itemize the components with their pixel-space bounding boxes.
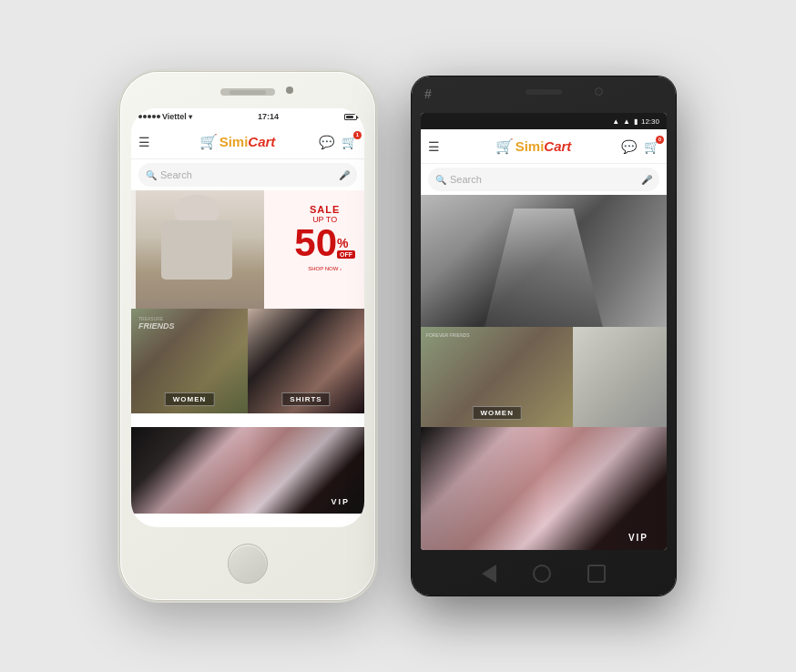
vip-label: VIP bbox=[331, 497, 350, 506]
category-grid: TREASURE Friends WOMEN SHIRTS bbox=[131, 309, 364, 527]
iphone-device: Viettel ▾ 17:14 ☰ 🛒 Simi Cart bbox=[120, 72, 375, 600]
logo-cart-icon: 🛒 bbox=[199, 133, 218, 150]
sale-number: 50 bbox=[294, 224, 337, 262]
dot5 bbox=[157, 115, 160, 118]
iphone-camera bbox=[286, 87, 293, 94]
android-status-bar: ▲ ▲ ▮ 12:30 bbox=[421, 113, 667, 129]
women-category-label: WOMEN bbox=[165, 392, 215, 406]
android-back-button[interactable] bbox=[482, 565, 496, 583]
android-logo-cart-icon: 🛒 bbox=[495, 137, 514, 155]
android-hamburger-icon[interactable]: ☰ bbox=[428, 139, 440, 154]
battery-icon bbox=[344, 114, 357, 120]
sale-off: OFF bbox=[337, 250, 355, 259]
mic-icon[interactable]: 🎤 bbox=[339, 170, 350, 180]
android-vip-section[interactable]: VIP bbox=[421, 427, 667, 550]
logo-simi-text: Simi bbox=[219, 134, 249, 149]
hamburger-menu-icon[interactable]: ☰ bbox=[138, 135, 150, 149]
iphone-screen: Viettel ▾ 17:14 ☰ 🛒 Simi Cart bbox=[131, 108, 364, 527]
android-home-button[interactable] bbox=[533, 565, 551, 583]
status-right bbox=[344, 114, 357, 120]
android-nav-icons: 💬 🛒 0 bbox=[621, 139, 659, 154]
search-placeholder: Search bbox=[160, 169, 339, 180]
vip-section[interactable]: VIP bbox=[131, 427, 364, 514]
shirts-category-label: SHIRTS bbox=[281, 392, 330, 406]
android-speaker bbox=[526, 89, 562, 95]
android-signal-icon: ▲ bbox=[623, 117, 630, 126]
category-women[interactable]: TREASURE Friends WOMEN bbox=[131, 309, 248, 413]
android-search-icon: 🔍 bbox=[435, 175, 446, 185]
treasure-label: TREASURE bbox=[138, 316, 175, 321]
battery-fill bbox=[346, 116, 353, 118]
scene: Viettel ▾ 17:14 ☰ 🛒 Simi Cart bbox=[93, 45, 703, 627]
android-logo-cart: Cart bbox=[544, 138, 571, 154]
android-cat-row: Forever Friends WOMEN bbox=[421, 327, 667, 427]
chat-icon[interactable]: 💬 bbox=[319, 135, 334, 149]
android-camera bbox=[595, 87, 603, 96]
iphone-search-bar[interactable]: 🔍 Search 🎤 bbox=[138, 163, 357, 187]
android-search-bar[interactable]: 🔍 Search 🎤 bbox=[428, 168, 659, 191]
android-hash: # bbox=[424, 87, 432, 101]
iphone-time: 17:14 bbox=[258, 112, 279, 121]
android-content: Forever Friends WOMEN bbox=[421, 195, 667, 550]
iphone-content: SALE UP TO 50 % OFF SHOP NOW › bbox=[131, 190, 364, 527]
android-women-label: WOMEN bbox=[472, 406, 522, 420]
sale-label: SALE bbox=[294, 204, 355, 215]
android-category-right[interactable] bbox=[573, 327, 667, 427]
dot3 bbox=[148, 115, 151, 118]
search-icon: 🔍 bbox=[146, 170, 157, 180]
dot1 bbox=[138, 115, 142, 118]
dot4 bbox=[152, 115, 156, 118]
android-wifi-icon: ▲ bbox=[612, 117, 619, 126]
logo-cart-text: Cart bbox=[248, 134, 275, 149]
iphone-status-bar: Viettel ▾ 17:14 bbox=[131, 108, 364, 125]
android-recents-button[interactable] bbox=[587, 565, 606, 583]
android-category-women[interactable]: Forever Friends WOMEN bbox=[421, 327, 573, 427]
category-shirts[interactable]: SHIRTS bbox=[248, 309, 364, 413]
android-device: # ▲ ▲ ▮ 12:30 ☰ 🛒 Simi Cart bbox=[412, 76, 676, 596]
android-nav-buttons bbox=[412, 552, 676, 596]
android-mic-icon[interactable]: 🎤 bbox=[641, 175, 652, 185]
sale-banner[interactable]: SALE UP TO 50 % OFF SHOP NOW › bbox=[131, 190, 364, 309]
banner-background: SALE UP TO 50 % OFF SHOP NOW › bbox=[131, 190, 364, 309]
android-logo: 🛒 Simi Cart bbox=[445, 137, 621, 155]
cat-title-overlay: TREASURE Friends bbox=[138, 316, 175, 331]
android-vip-label: VIP bbox=[628, 533, 648, 543]
status-left: Viettel ▾ bbox=[138, 112, 192, 121]
android-chat-icon[interactable]: 💬 bbox=[621, 139, 637, 154]
android-cart-badge: 0 bbox=[656, 136, 664, 144]
android-logo-simi: Simi bbox=[515, 138, 545, 154]
cart-badge: 1 bbox=[353, 131, 362, 139]
nav-icons: 💬 🛒 1 bbox=[319, 135, 357, 149]
cart-icon[interactable]: 🛒 1 bbox=[342, 135, 357, 149]
sale-percent: % bbox=[337, 236, 348, 250]
android-navbar: ☰ 🛒 Simi Cart 💬 🛒 0 bbox=[421, 129, 667, 164]
friends-label: Friends bbox=[138, 321, 175, 331]
carrier-name: Viettel bbox=[162, 112, 187, 121]
shop-now[interactable]: SHOP NOW › bbox=[294, 266, 355, 271]
app-logo: 🛒 Simi Cart bbox=[156, 133, 319, 150]
android-battery-icon: ▮ bbox=[634, 117, 638, 126]
android-screen: ▲ ▲ ▮ 12:30 ☰ 🛒 Simi Cart 💬 🛒 bbox=[421, 113, 667, 550]
android-status-right: ▲ ▲ ▮ 12:30 bbox=[612, 117, 659, 126]
wifi-icon: ▾ bbox=[189, 113, 192, 121]
android-forever-friends: Forever Friends bbox=[426, 332, 470, 338]
iphone-navbar: ☰ 🛒 Simi Cart 💬 🛒 1 bbox=[131, 125, 364, 159]
android-cart-icon[interactable]: 🛒 0 bbox=[644, 139, 659, 154]
android-search-placeholder: Search bbox=[450, 174, 641, 185]
android-time: 12:30 bbox=[641, 117, 659, 126]
signal-bars bbox=[138, 115, 160, 118]
dot2 bbox=[143, 115, 147, 118]
iphone-speaker bbox=[230, 90, 266, 95]
sale-text: SALE UP TO 50 % OFF SHOP NOW › bbox=[294, 204, 355, 271]
android-hero-banner[interactable] bbox=[421, 195, 667, 327]
android-vip-text: VIP bbox=[628, 533, 648, 543]
model-photo bbox=[136, 190, 264, 309]
